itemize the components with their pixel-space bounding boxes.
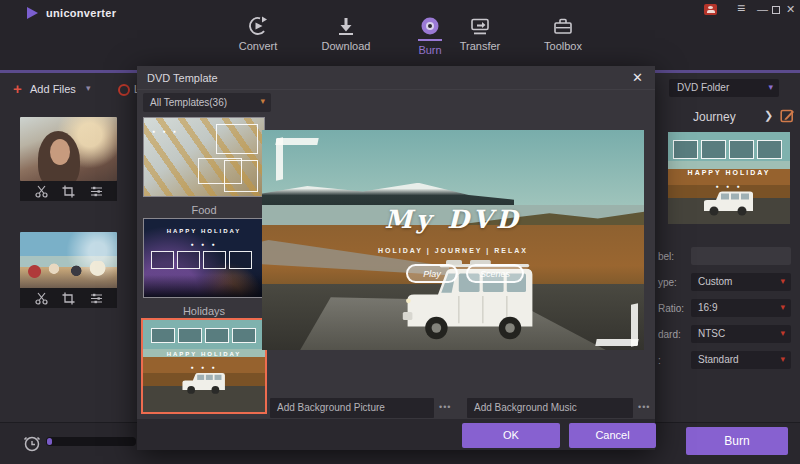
convert-icon [247,15,269,37]
nav-transfer[interactable]: Transfer [448,15,512,52]
chevron-down-icon: ▾ [768,82,773,92]
template-preview: My DVD HOLIDAY | JOURNEY | RELAX Play Sc… [262,130,644,350]
minimize-icon[interactable]: — [757,3,768,15]
capacity-progress-bar [46,437,136,446]
close-window-icon[interactable]: ✕ [786,3,795,16]
type-dropdown[interactable]: Custom ▾ [691,273,791,291]
background-picture-field[interactable]: Add Background Picture [270,398,434,418]
burn-icon [419,15,441,37]
trim-icon[interactable] [35,185,48,198]
menu-icon[interactable]: ≡ [737,0,745,16]
add-files-plus-icon: + [13,80,22,97]
transfer-icon [469,15,491,37]
quality-field-label: : [658,355,661,366]
media-thumbnail-1[interactable] [20,117,117,181]
chevron-down-icon: ▾ [780,302,785,312]
selected-template-name: Journey [693,110,736,124]
template-label: Food [143,204,265,216]
nav-transfer-label: Transfer [448,40,512,52]
add-files-button[interactable]: Add Files [30,83,76,95]
truck-art [700,188,760,218]
ratio-field-label: Ratio: [658,303,684,314]
duration-clock-icon [22,433,42,453]
nav-convert[interactable]: Convert [226,15,290,52]
trim-icon[interactable] [35,292,48,305]
quality-dropdown[interactable]: Standard ▾ [691,351,791,369]
aspect-ratio-dropdown[interactable]: 16:9 ▾ [691,299,791,317]
label-field-label: bel: [658,251,674,262]
chevron-down-icon: ▾ [260,96,265,106]
template-label: Holidays [143,305,265,317]
media-toolbar-2 [20,288,117,308]
chevron-down-icon: ▾ [780,354,785,364]
media-thumbnail-2[interactable] [20,232,117,296]
thumbnail-dots: ● ● ● [144,241,264,247]
account-badge-icon[interactable] [704,4,717,15]
thumbnail-frames [151,251,252,269]
thumbnail-frame [224,160,258,192]
app-logo-icon [27,7,38,19]
thumbnail-dots: ● ● ● [152,128,179,134]
thumbnail-frame [216,124,258,154]
template-next-chevron[interactable]: ❯ [764,109,773,122]
chevron-down-icon: ▾ [780,276,785,286]
dvd-template-dialog: DVD Template ✕ All Templates(36) ▾ ● ● ●… [137,66,655,450]
nav-toolbox-label: Toolbox [531,40,595,52]
template-item-holidays[interactable]: HAPPY HOLIDAY ● ● ● Holidays [143,218,265,317]
template-item-journey[interactable]: HAPPY HOLIDAY ● ● ● Journey [143,318,265,434]
template-item-food[interactable]: ● ● ● Food [143,117,265,216]
thumbnail-frames [673,140,782,159]
browse-picture-button[interactable]: ••• [439,402,451,412]
dialog-close-icon[interactable]: ✕ [632,70,643,85]
templates-filter-dropdown[interactable]: All Templates(36) ▾ [143,93,271,112]
nav-download-label: Download [314,40,378,52]
capacity-progress-fill [47,438,52,445]
chevron-down-icon: ▾ [780,328,785,338]
browse-music-button[interactable]: ••• [638,402,650,412]
templates-filter-value: All Templates(36) [150,97,227,108]
dvd-folder-dropdown[interactable]: DVD Folder ▾ [669,79,779,97]
nav-download[interactable]: Download [314,15,378,52]
burn-button[interactable]: Burn [686,427,788,455]
thumbnail-title: HAPPY HOLIDAY [143,351,265,357]
preview-menu-title: My DVD [262,205,644,234]
background-music-field[interactable]: Add Background Music [467,398,633,418]
load-dvd-icon[interactable] [118,84,130,96]
add-files-chevron-icon[interactable]: ▾ [86,83,91,93]
effects-icon[interactable] [90,292,103,305]
app-title: uniconverter [46,7,116,19]
dialog-title: DVD Template [147,72,218,84]
tv-standard-dropdown[interactable]: NTSC ▾ [691,325,791,343]
uniconverter-window: uniconverter Convert Download Burn [0,0,800,464]
nav-convert-label: Convert [226,40,290,52]
media-toolbar-1 [20,181,117,201]
ok-button[interactable]: OK [462,423,560,448]
preview-menu-subtitle: HOLIDAY | JOURNEY | RELAX [262,247,644,254]
edit-template-icon[interactable] [780,108,795,123]
thumbnail-art [144,275,264,297]
background-picture-placeholder: Add Background Picture [277,402,385,413]
dvd-folder-dropdown-value: DVD Folder [677,82,729,93]
cancel-button[interactable]: Cancel [569,423,656,448]
effects-icon[interactable] [90,185,103,198]
dialog-header: DVD Template ✕ [137,66,655,90]
crop-icon[interactable] [62,292,75,305]
type-field-label: ype: [658,277,677,288]
thumbnail-title: HAPPY HOLIDAY [144,228,264,234]
nav-burn-active-indicator [418,39,442,41]
selected-template-thumbnail[interactable]: HAPPY HOLIDAY ● ● ● [668,132,790,224]
nav-toolbox[interactable]: Toolbox [531,15,595,52]
crop-icon[interactable] [62,185,75,198]
maximize-icon[interactable] [772,6,780,14]
toolbox-icon [552,15,574,37]
preview-scenes-button: Scenes [466,264,524,283]
preview-corner-bracket [276,138,318,180]
thumbnail-art [50,139,70,165]
truck-art [179,370,231,396]
preview-play-button: Play [406,264,458,283]
background-music-placeholder: Add Background Music [474,402,577,413]
thumbnail-title: HAPPY HOLIDAY [668,169,790,176]
download-icon [335,15,357,37]
thumbnail-frames [151,328,256,343]
label-field-input[interactable] [691,247,791,265]
